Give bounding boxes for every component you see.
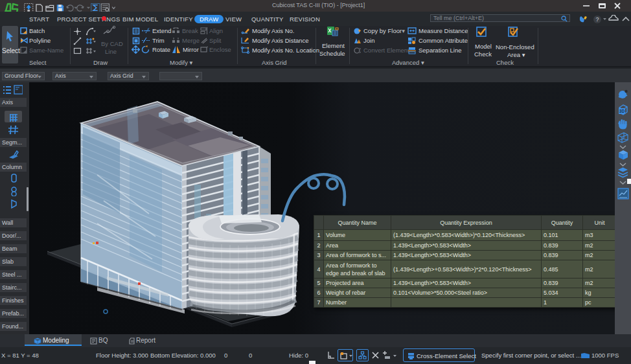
svg-text:?: ? [595,16,599,23]
svg-text:3D: 3D [619,109,625,113]
